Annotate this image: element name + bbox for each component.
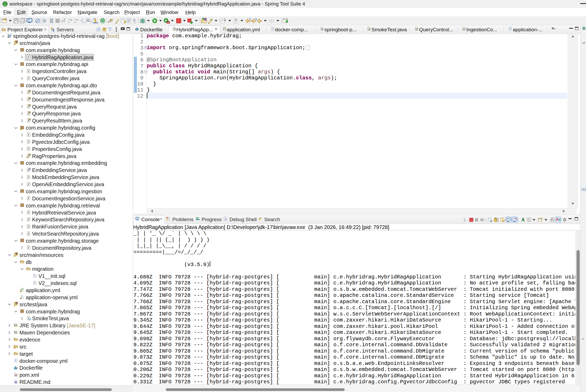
svg-text:R: R bbox=[29, 90, 30, 92]
svg-text:J: J bbox=[28, 147, 29, 151]
svg-text:J: J bbox=[368, 28, 370, 30]
svg-text:J: J bbox=[28, 55, 29, 59]
svg-text:R: R bbox=[29, 118, 30, 120]
svg-text:J: J bbox=[28, 232, 29, 236]
svg-text:J: J bbox=[28, 69, 29, 73]
svg-text:R: R bbox=[29, 154, 30, 156]
svg-text:R: R bbox=[29, 104, 30, 106]
svg-text:M: M bbox=[321, 28, 323, 30]
svg-text:J: J bbox=[463, 28, 464, 30]
svg-text:M: M bbox=[8, 34, 9, 35]
svg-text:M: M bbox=[15, 374, 17, 376]
svg-text:J: J bbox=[225, 218, 226, 220]
svg-text:!: ! bbox=[21, 291, 21, 292]
svg-text:J: J bbox=[28, 77, 29, 80]
svg-text:J: J bbox=[29, 168, 30, 170]
svg-text:J: J bbox=[28, 246, 29, 250]
svg-text:J: J bbox=[28, 196, 29, 200]
svg-text:J: J bbox=[28, 225, 29, 228]
svg-text:J: J bbox=[28, 175, 29, 179]
svg-text:J: J bbox=[174, 28, 175, 30]
svg-text:!: ! bbox=[21, 298, 21, 299]
svg-text:J: J bbox=[28, 211, 29, 214]
svg-text:R: R bbox=[29, 97, 30, 99]
svg-text:J: J bbox=[28, 317, 29, 320]
svg-text:J: J bbox=[416, 28, 417, 30]
svg-text:J: J bbox=[28, 133, 29, 137]
svg-text:R: R bbox=[29, 111, 30, 113]
svg-text:J: J bbox=[28, 182, 29, 186]
svg-text:W: W bbox=[15, 381, 17, 383]
svg-text:J: J bbox=[28, 218, 29, 221]
svg-text:J: J bbox=[28, 140, 29, 144]
